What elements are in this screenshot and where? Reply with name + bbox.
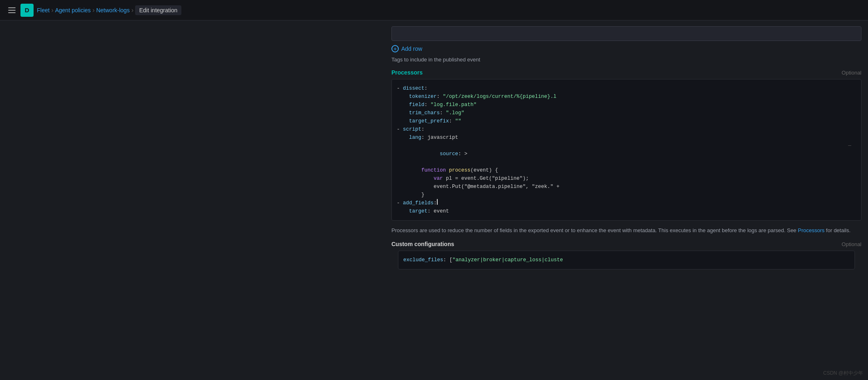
code-line-dissect: - dissect: [392, 84, 861, 93]
add-row-icon: + [391, 45, 399, 52]
code-line-field: field: "log.file.path" [392, 101, 861, 109]
breadcrumb-agent-policies[interactable]: Agent policies [55, 7, 90, 14]
breadcrumb-edit-integration: Edit integration [135, 5, 181, 15]
code-line-var: var pl = event.Get("pipeline"); [392, 174, 861, 183]
left-panel [0, 20, 385, 380]
collapse-button[interactable]: — [848, 142, 851, 150]
processors-title: Processors [391, 69, 423, 76]
custom-config-line: exclude_files: ["analyzer|broker|capture… [398, 256, 854, 264]
code-line-event-put: event.Put("@metadata.pipeline", "zeek." … [392, 183, 861, 191]
code-line-trim-chars: trim_chars: ".log" [392, 109, 861, 117]
custom-config-editor[interactable]: exclude_files: ["analyzer|broker|capture… [398, 251, 855, 269]
breadcrumb-sep-3: › [131, 7, 133, 14]
breadcrumb-sep-1: › [51, 7, 53, 14]
proc-desc-text2: for details. [825, 227, 851, 233]
hamburger-button[interactable] [7, 6, 17, 15]
code-line-script: - script: [392, 125, 861, 133]
code-line-target-event: target: event [392, 207, 861, 215]
code-line-func: function process(event) { [392, 166, 861, 174]
code-line-tokenizer: tokenizer: "/opt/zeek/logs/current/%{pip… [392, 93, 861, 101]
main-content: + Add row Tags to include in the publish… [0, 20, 868, 380]
custom-configurations-section: Custom configurations Optional exclude_f… [385, 241, 868, 269]
tags-description: Tags to include in the published event [385, 57, 868, 69]
processors-description: Processors are used to reduce the number… [385, 221, 868, 241]
processors-link[interactable]: Processors [798, 227, 825, 233]
code-line-target-prefix: target_prefix: "" [392, 117, 861, 125]
custom-config-title: Custom configurations [391, 241, 454, 247]
avatar: D [20, 4, 34, 17]
code-line-lang: lang: javascript [392, 133, 861, 142]
proc-desc-text: Processors are used to reduce the number… [391, 227, 798, 233]
processors-section-header: Processors Optional [385, 69, 868, 79]
topnav: D Fleet › Agent policies › Network-logs … [0, 0, 868, 20]
processors-optional: Optional [842, 70, 861, 76]
code-line-close-brace: } [392, 191, 861, 199]
custom-config-header: Custom configurations Optional [391, 241, 861, 251]
breadcrumb: Fleet › Agent policies › Network-logs › … [37, 5, 181, 15]
right-panel[interactable]: + Add row Tags to include in the publish… [385, 20, 868, 380]
processors-code-editor[interactable]: - dissect: tokenizer: "/opt/zeek/logs/cu… [391, 79, 861, 221]
breadcrumb-network-logs[interactable]: Network-logs [96, 7, 130, 14]
tags-input[interactable] [391, 26, 861, 41]
add-row-button[interactable]: + Add row [385, 41, 429, 57]
add-row-label: Add row [401, 45, 422, 52]
watermark: CSDN @村中少年 [823, 370, 863, 377]
breadcrumb-fleet[interactable]: Fleet [37, 7, 50, 14]
code-line-source: source: > — [392, 142, 861, 166]
code-line-add-fields: - add_fields: [392, 199, 861, 207]
breadcrumb-sep-2: › [93, 7, 95, 14]
custom-config-optional: Optional [842, 241, 861, 247]
cursor [437, 199, 438, 205]
